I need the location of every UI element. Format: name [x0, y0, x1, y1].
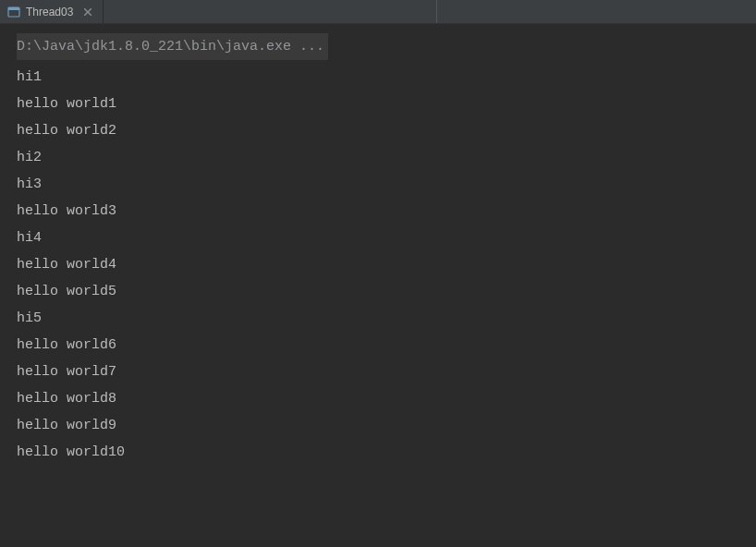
svg-rect-1: [8, 7, 19, 10]
output-line: hello world1: [17, 91, 739, 117]
console-output: D:\Java\jdk1.8.0_221\bin\java.exe ... hi…: [0, 24, 756, 475]
tab-bar: Thread03: [0, 0, 756, 24]
output-line: hello world3: [17, 198, 739, 225]
output-line: hello world7: [17, 359, 739, 385]
output-line: hi5: [17, 305, 739, 332]
output-line: hello world8: [17, 385, 739, 412]
output-line: hello world6: [17, 332, 739, 359]
run-config-icon: [7, 6, 20, 18]
output-line: hi1: [17, 64, 739, 91]
close-icon[interactable]: [82, 6, 93, 18]
output-line: hello world9: [17, 412, 739, 439]
output-line: hello world4: [17, 251, 739, 278]
output-line: hi3: [17, 171, 739, 198]
tab-label: Thread03: [26, 6, 73, 18]
output-line: hi4: [17, 225, 739, 251]
command-line[interactable]: D:\Java\jdk1.8.0_221\bin\java.exe ...: [17, 33, 328, 60]
tab-divider: [436, 0, 437, 23]
output-line: hi2: [17, 144, 739, 171]
console-lines: hi1hello world1hello world2hi2hi3hello w…: [17, 64, 739, 466]
tab-thread03[interactable]: Thread03: [0, 0, 104, 23]
output-line: hello world2: [17, 117, 739, 144]
output-line: hello world10: [17, 439, 739, 466]
output-line: hello world5: [17, 278, 739, 305]
